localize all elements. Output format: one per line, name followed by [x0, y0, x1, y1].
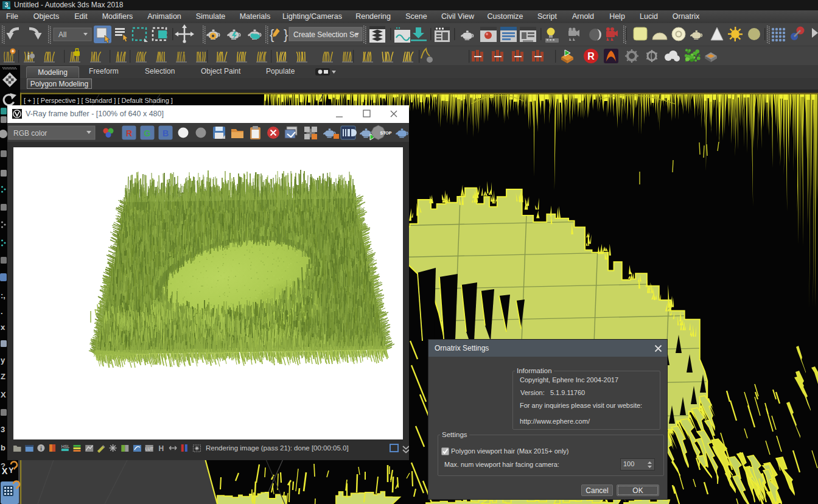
svg-text:b: b — [1, 443, 5, 452]
svg-text:y: y — [1, 355, 5, 365]
svg-text:}: } — [284, 27, 288, 42]
svg-text::,: :, — [1, 291, 5, 300]
svg-text:X: X — [2, 466, 8, 476]
svg-text:i: i — [27, 51, 30, 61]
svg-text:R: R — [587, 51, 595, 61]
svg-text:3: 3 — [1, 425, 5, 434]
svg-text:All: All — [58, 30, 66, 39]
svg-text:.: . — [1, 307, 3, 316]
svg-text:H: H — [158, 444, 164, 453]
svg-text:G: G — [144, 128, 151, 138]
svg-text:RGB color: RGB color — [13, 129, 47, 138]
svg-text:STOP: STOP — [380, 131, 392, 135]
svg-text:Create Selection Se: Create Selection Se — [293, 30, 358, 39]
svg-text:LUT: LUT — [145, 447, 154, 451]
svg-text:i: i — [40, 446, 42, 452]
svg-text:HSL: HSL — [61, 444, 70, 449]
svg-text:Z: Z — [1, 372, 5, 381]
svg-text:x: x — [1, 323, 5, 332]
svg-text:B: B — [163, 128, 169, 138]
svg-text:Y: Y — [9, 466, 14, 475]
svg-text:X: X — [1, 390, 6, 399]
svg-text:R: R — [126, 128, 132, 138]
